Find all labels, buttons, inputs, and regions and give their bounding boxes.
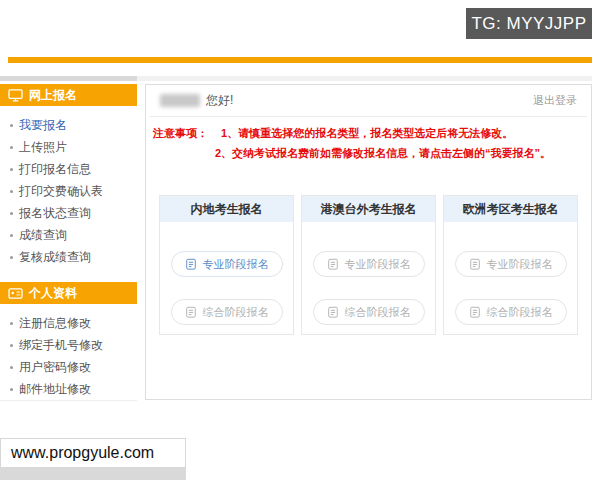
- card-body: 专业阶段报名 综合阶段报名: [160, 222, 293, 333]
- bullet-dot: [10, 124, 13, 127]
- document-icon: [469, 306, 481, 318]
- bullet-dot: [10, 146, 13, 149]
- sidebar-item-edit-password[interactable]: 用户密码修改: [0, 356, 137, 378]
- sidebar-item-score-review-query[interactable]: 复核成绩查询: [0, 246, 137, 268]
- document-icon: [185, 306, 197, 318]
- monitor-icon: [8, 89, 23, 102]
- notice-line-1: 注意事项： 1、请慎重选择您的报名类型，报名类型选定后将无法修改。: [153, 123, 583, 143]
- card-hmt-foreign: 港澳台外考生报名 专业阶段报名 综合阶段报名: [301, 195, 436, 335]
- card-title: 港澳台外考生报名: [302, 196, 435, 222]
- notice-line-2: 2、交纳考试报名费前如需修改报名信息，请点击左侧的“我要报名”。: [153, 143, 583, 163]
- sidebar-item-registration-status-query[interactable]: 报名状态查询: [0, 202, 137, 224]
- notice-item: 2、交纳考试报名费前如需修改报名信息，请点击左侧的“我要报名”。: [215, 147, 551, 159]
- card-mainland: 内地考生报名 专业阶段报名 综合阶段报名: [159, 195, 294, 335]
- sidebar-section-title: 个人资料: [29, 285, 77, 302]
- document-icon: [327, 306, 339, 318]
- greeting-row: 您好! 退出登录: [146, 85, 591, 114]
- bullet-dot: [10, 190, 13, 193]
- greeting: 您好!: [160, 92, 233, 109]
- bullet-dot: [10, 388, 13, 391]
- bullet-dot: [10, 344, 13, 347]
- bullet-dot: [10, 212, 13, 215]
- card-europe: 欧洲考区考生报名 专业阶段报名 综合阶段报名: [443, 195, 578, 335]
- europe-comprehensive-stage-button[interactable]: 综合阶段报名: [455, 299, 567, 325]
- bullet-dot: [10, 256, 13, 259]
- sidebar-item-score-query[interactable]: 成绩查询: [0, 224, 137, 246]
- document-icon: [469, 258, 481, 270]
- registration-cards: 内地考生报名 专业阶段报名 综合阶段报名: [146, 195, 591, 335]
- sidebar-section-online-registration: 网上报名: [0, 84, 137, 106]
- notice-label: 注意事项：: [153, 127, 208, 139]
- sidebar: 网上报名 我要报名 上传照片 打印报名信息 打印交费确认表 报名状态查询 成绩查…: [0, 84, 137, 401]
- hmt-comprehensive-stage-button[interactable]: 综合阶段报名: [313, 299, 425, 325]
- card-body: 专业阶段报名 综合阶段报名: [444, 222, 577, 333]
- hmt-professional-stage-button[interactable]: 专业阶段报名: [313, 251, 425, 277]
- document-icon: [327, 258, 339, 270]
- bullet-dot: [10, 234, 13, 237]
- bullet-dot: [10, 168, 13, 171]
- sidebar-item-upload-photo[interactable]: 上传照片: [0, 136, 137, 158]
- mainland-professional-stage-button[interactable]: 专业阶段报名: [171, 251, 283, 277]
- user-name-redacted: [160, 94, 200, 107]
- sidebar-section-title: 网上报名: [29, 87, 77, 104]
- sidebar-menu-online: 我要报名 上传照片 打印报名信息 打印交费确认表 报名状态查询 成绩查询 复核成…: [0, 114, 137, 268]
- document-icon: [185, 258, 197, 270]
- sidebar-item-edit-registration-info[interactable]: 注册信息修改: [0, 312, 137, 334]
- card-body: 专业阶段报名 综合阶段报名: [302, 222, 435, 333]
- notice-block: 注意事项： 1、请慎重选择您的报名类型，报名类型选定后将无法修改。 2、交纳考试…: [146, 117, 591, 163]
- sidebar-item-edit-phone-number[interactable]: 绑定手机号修改: [0, 334, 137, 356]
- bullet-dot: [10, 366, 13, 369]
- sidebar-section-personal-info: 个人资料: [0, 282, 137, 304]
- top-watermark-badge: TG: MYYJJPP: [466, 8, 592, 39]
- card-title: 欧洲考区考生报名: [444, 196, 577, 222]
- main-panel: 您好! 退出登录 注意事项： 1、请慎重选择您的报名类型，报名类型选定后将无法修…: [145, 84, 592, 400]
- sidebar-item-print-payment-confirmation[interactable]: 打印交费确认表: [0, 180, 137, 202]
- sidebar-item-print-registration-info[interactable]: 打印报名信息: [0, 158, 137, 180]
- greeting-text: 您好!: [206, 92, 233, 109]
- content-top-strip-left: [0, 76, 137, 81]
- mainland-comprehensive-stage-button[interactable]: 综合阶段报名: [171, 299, 283, 325]
- europe-professional-stage-button[interactable]: 专业阶段报名: [455, 251, 567, 277]
- card-title: 内地考生报名: [160, 196, 293, 222]
- bottom-watermark-strip: [0, 468, 186, 480]
- bullet-dot: [10, 322, 13, 325]
- orange-divider-bar: [8, 57, 592, 63]
- logout-link[interactable]: 退出登录: [533, 93, 577, 108]
- bottom-watermark: www.propgyule.com: [0, 438, 186, 468]
- sidebar-item-register[interactable]: 我要报名: [0, 114, 137, 136]
- sidebar-menu-personal: 注册信息修改 绑定手机号修改 用户密码修改 邮件地址修改: [0, 312, 137, 400]
- id-card-icon: [8, 287, 23, 300]
- sidebar-item-edit-email[interactable]: 邮件地址修改: [0, 378, 137, 400]
- notice-item: 1、请慎重选择您的报名类型，报名类型选定后将无法修改。: [221, 127, 513, 139]
